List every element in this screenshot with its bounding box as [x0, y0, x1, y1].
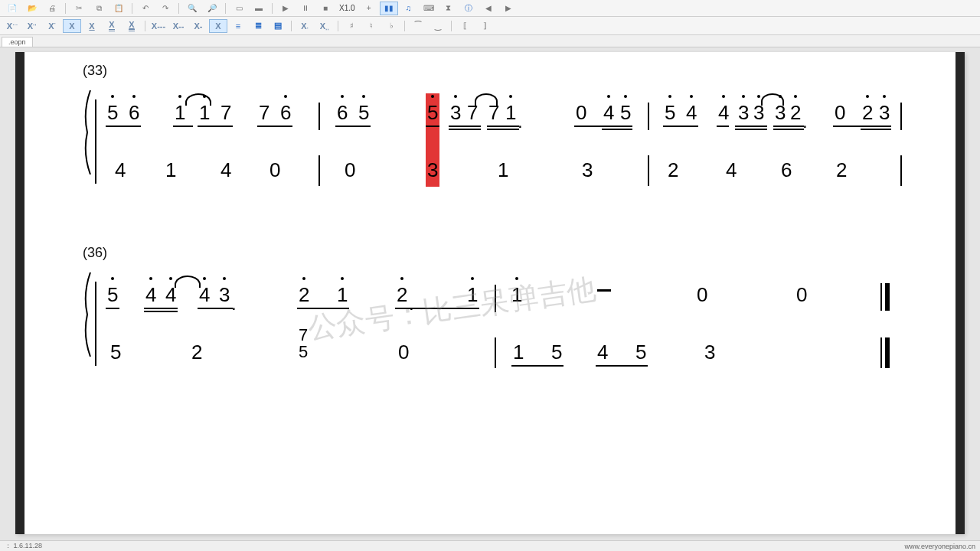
- fit-width-button[interactable]: ▬: [250, 2, 268, 15]
- dotted-5[interactable]: ≡: [229, 19, 247, 33]
- flat-button[interactable]: ♭: [382, 19, 400, 33]
- fit-page-button[interactable]: ▭: [230, 2, 248, 15]
- undo-button[interactable]: ↶: [136, 2, 155, 15]
- separator: [145, 21, 145, 31]
- duration-3[interactable]: X·: [43, 19, 61, 33]
- x-dotdot-button[interactable]: X‥: [315, 19, 334, 33]
- natural-button[interactable]: ♮: [362, 19, 381, 33]
- separator: [338, 21, 338, 31]
- toolbar-note-values: X… X‥ X· X X X X X--- X-- X- X ≡ ≣ ▤ X· …: [0, 17, 980, 35]
- cut-button[interactable]: ✂: [70, 2, 88, 15]
- dotted-6[interactable]: ≣: [249, 19, 267, 33]
- separator: [451, 21, 452, 31]
- separator: [225, 3, 226, 14]
- status-version: ： 1.6.11.28: [5, 541, 42, 551]
- page-edge-right: [956, 52, 965, 534]
- brace-icon: [81, 272, 92, 357]
- sharp-button[interactable]: ♯: [342, 19, 361, 33]
- nav-prev-button[interactable]: ◀: [479, 2, 498, 15]
- dotted-1[interactable]: X---: [149, 19, 168, 33]
- metronome-button[interactable]: ⧗: [439, 2, 458, 15]
- nav-next-button[interactable]: ▶: [499, 2, 518, 15]
- copy-button[interactable]: ⧉: [90, 2, 108, 15]
- separator: [291, 21, 292, 31]
- keyboard-button[interactable]: ⌨: [420, 2, 438, 15]
- status-bar: ： 1.6.11.28 www.everyonepiano.cn: [0, 540, 980, 551]
- system-36: 5 4 4 4 3 · 2 1 2 · 1 1: [92, 259, 919, 373]
- duration-4[interactable]: X: [63, 19, 81, 33]
- play-button[interactable]: ▶: [276, 2, 295, 15]
- tie-button[interactable]: ⁀: [409, 19, 427, 33]
- x-dot-button[interactable]: X·: [296, 19, 314, 33]
- system-33-upper: 5 6 1 1 7 7 6 6 5 5 3 7: [92, 92, 919, 138]
- separator: [132, 3, 132, 14]
- system-36-lower: 5 2 75 0 1 5 4 5 3: [92, 331, 919, 377]
- system-33-lower: 4 1 4 0 0 3 1 3 2 4 6 2: [92, 149, 919, 195]
- print-button[interactable]: 🖨: [43, 2, 61, 15]
- separator: [178, 3, 179, 14]
- zoom-label: X1.0: [336, 4, 358, 12]
- duration-6[interactable]: X: [103, 19, 121, 33]
- zoom-in-button[interactable]: 🔎: [203, 2, 221, 15]
- repeat-end-button[interactable]: ⟧: [475, 19, 494, 33]
- toggle-staff-button[interactable]: ♫: [400, 2, 418, 15]
- dotted-3[interactable]: X-: [189, 19, 207, 33]
- zoom-out-button[interactable]: 🔍: [183, 2, 201, 15]
- document-tabs: .eopn: [0, 35, 980, 47]
- system-36-upper: 5 4 4 4 3 · 2 1 2 · 1 1: [92, 274, 919, 320]
- dotted-7[interactable]: ▤: [269, 19, 287, 33]
- dotted-4[interactable]: X: [209, 19, 227, 33]
- slur-button[interactable]: ‿: [429, 19, 447, 33]
- paste-button[interactable]: 📋: [109, 2, 128, 15]
- duration-2[interactable]: X‥: [23, 19, 41, 33]
- separator: [272, 3, 273, 14]
- workspace: (33) 5 6 1 1 7 7 6: [0, 47, 980, 539]
- status-url: www.everyonepiano.cn: [904, 543, 975, 550]
- separator: [404, 21, 405, 31]
- toggle-jianpu-button[interactable]: ▮▮: [380, 2, 398, 15]
- duration-5[interactable]: X: [83, 19, 101, 33]
- system-33: 5 6 1 1 7 7 6 6 5 5 3 7: [92, 77, 919, 191]
- score-page[interactable]: (33) 5 6 1 1 7 7 6: [15, 52, 965, 534]
- new-button[interactable]: 📄: [3, 2, 21, 15]
- redo-button[interactable]: ↷: [156, 2, 175, 15]
- pause-button[interactable]: ⏸: [296, 2, 315, 15]
- duration-1[interactable]: X…: [3, 19, 21, 33]
- brace-icon: [81, 90, 92, 174]
- dotted-2[interactable]: X--: [169, 19, 188, 33]
- open-button[interactable]: 📂: [23, 2, 41, 15]
- repeat-start-button[interactable]: ⟦: [456, 19, 474, 33]
- separator: [65, 3, 66, 14]
- help-button[interactable]: ⓘ: [459, 2, 478, 15]
- duration-7[interactable]: X: [122, 19, 141, 33]
- toolbar-main: 📄 📂 🖨 ✂ ⧉ 📋 ↶ ↷ 🔍 🔎 ▭ ▬ ▶ ⏸ ■ X1.0 + ▮▮ …: [0, 0, 980, 17]
- zoom-plus-button[interactable]: +: [360, 2, 378, 15]
- tab-active[interactable]: .eopn: [2, 37, 33, 47]
- stop-button[interactable]: ■: [316, 2, 335, 15]
- page-edge-left: [15, 52, 24, 534]
